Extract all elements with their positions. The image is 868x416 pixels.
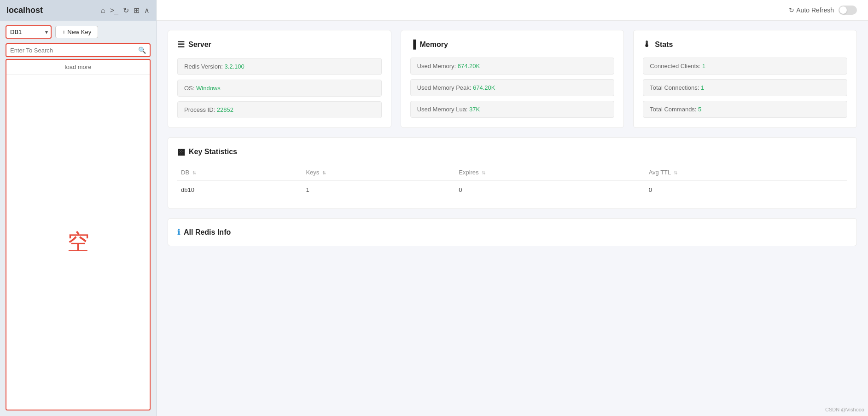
sort-avg-ttl-icon[interactable]: ⇅ [674,170,677,175]
process-id-value: 22852 [217,106,233,113]
refresh-icon[interactable]: ↻ [123,6,129,15]
search-wrapper: 🔍 [6,43,151,57]
redis-version-label: Redis Version: [184,63,224,70]
auto-refresh-toggle[interactable] [839,6,857,15]
used-memory-label: Used Memory: [417,63,458,69]
main-content: ↻ Auto Refresh ☰ Server Redis Version: 3… [157,0,868,416]
load-more-button[interactable]: load more [6,60,150,75]
used-memory-value: 674.20K [458,63,480,69]
home-icon[interactable]: ⌂ [101,6,105,15]
os-row: OS: Windows [177,80,382,97]
auto-refresh-icon: ↻ [789,6,794,14]
process-id-row: Process ID: 22852 [177,101,382,118]
search-icon: 🔍 [138,46,146,54]
sort-db-icon[interactable]: ⇅ [192,170,196,175]
sidebar-toolbar: DB0 DB1 DB2 DB3 DB4 DB5 DB6 DB7 DB8 DB9 … [0,21,156,43]
grid-icon[interactable]: ⊞ [134,6,140,15]
sort-expires-icon[interactable]: ⇅ [482,170,485,175]
server-icon: ☰ [177,40,185,50]
total-commands-value: 5 [698,106,701,113]
key-statistics-section: ▩ Key Statistics DB ⇅ Keys ⇅ [157,137,868,218]
key-statistics-card: ▩ Key Statistics DB ⇅ Keys ⇅ [168,137,857,209]
main-header: ↻ Auto Refresh [157,0,868,21]
memory-icon: ▐ [410,40,416,49]
total-connections-label: Total Connections: [650,84,701,91]
all-redis-title: ℹ All Redis Info [177,228,847,237]
memory-card-title: ▐ Memory [410,40,615,49]
info-circle-icon: ℹ [177,228,180,237]
row-keys: 1 [302,181,455,199]
total-commands-row: Total Commands: 5 [643,101,847,118]
stats-card: 🌡 Stats Connected Clients: 1 Total Conne… [633,30,857,128]
process-id-label: Process ID: [184,106,217,113]
redis-version-value: 3.2.100 [224,63,244,70]
key-list-area: load more 空 [6,59,151,410]
os-value: Windows [196,85,221,92]
server-card: ☰ Server Redis Version: 3.2.100 OS: Wind… [168,30,391,128]
table-row: db10 1 0 0 [177,181,847,199]
used-memory-peak-row: Used Memory Peak: 674.20K [410,79,615,96]
connected-clients-value: 1 [702,63,705,69]
row-avg-ttl: 0 [645,181,847,199]
sidebar-icons: ⌂ >_ ↻ ⊞ ∧ [101,6,150,15]
terminal-icon[interactable]: >_ [110,6,118,15]
col-avg-ttl: Avg TTL ⇅ [645,164,847,181]
sort-keys-icon[interactable]: ⇅ [322,170,326,175]
sidebar-title: localhost [6,6,43,15]
connected-clients-label: Connected Clients: [650,63,702,69]
sidebar-header: localhost ⌂ >_ ↻ ⊞ ∧ [0,0,156,21]
memory-card: ▐ Memory Used Memory: 674.20K Used Memor… [401,30,624,128]
used-memory-peak-value: 674.20K [473,84,495,91]
total-connections-row: Total Connections: 1 [643,79,847,96]
used-memory-lua-label: Used Memory Lua: [417,106,469,113]
db-select[interactable]: DB0 DB1 DB2 DB3 DB4 DB5 DB6 DB7 DB8 DB9 … [6,25,52,39]
auto-refresh-text: Auto Refresh [796,6,834,14]
search-input[interactable] [10,47,138,54]
row-expires: 0 [455,181,645,199]
row-db: db10 [177,181,302,199]
col-expires: Expires ⇅ [455,164,645,181]
all-redis-card: ℹ All Redis Info [168,218,857,246]
sidebar: localhost ⌂ >_ ↻ ⊞ ∧ DB0 DB1 DB2 DB3 DB4… [0,0,157,416]
stats-icon: 🌡 [643,40,651,49]
all-redis-section: ℹ All Redis Info [157,218,868,255]
key-statistics-icon: ▩ [177,147,185,157]
total-commands-label: Total Commands: [650,106,698,113]
os-label: OS: [184,85,196,92]
col-keys: Keys ⇅ [302,164,455,181]
connected-clients-row: Connected Clients: 1 [643,58,847,75]
auto-refresh-label: ↻ Auto Refresh [789,6,834,14]
key-statistics-table: DB ⇅ Keys ⇅ Expires ⇅ Avg TTL [177,164,847,199]
key-statistics-title: ▩ Key Statistics [177,147,847,157]
new-key-button[interactable]: + New Key [55,26,98,38]
cards-row: ☰ Server Redis Version: 3.2.100 OS: Wind… [157,21,868,137]
total-connections-value: 1 [701,84,704,91]
used-memory-lua-value: 37K [469,106,480,113]
empty-indicator: 空 [67,75,89,410]
collapse-icon[interactable]: ∧ [144,6,150,15]
used-memory-lua-row: Used Memory Lua: 37K [410,101,615,118]
redis-version-row: Redis Version: 3.2.100 [177,58,382,75]
stats-card-title: 🌡 Stats [643,40,847,49]
used-memory-row: Used Memory: 674.20K [410,58,615,75]
col-db: DB ⇅ [177,164,302,181]
db-select-wrapper: DB0 DB1 DB2 DB3 DB4 DB5 DB6 DB7 DB8 DB9 … [6,25,52,39]
used-memory-peak-label: Used Memory Peak: [417,84,473,91]
server-card-title: ☰ Server [177,40,382,50]
